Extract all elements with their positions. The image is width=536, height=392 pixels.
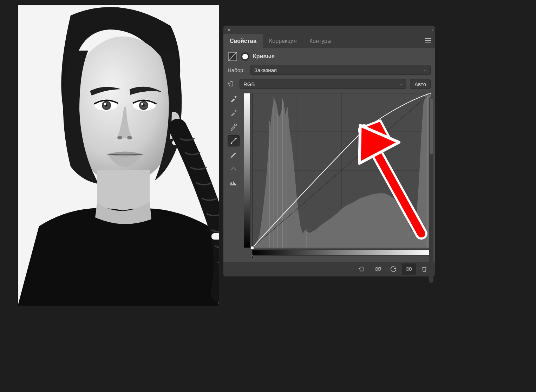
preset-label: Набор: <box>228 67 247 73</box>
clip-to-layer-button[interactable] <box>355 263 370 275</box>
canvas-photo <box>18 5 219 305</box>
black-point-slider <box>250 255 254 258</box>
channel-row: RGB ⌄ Авто <box>228 79 431 89</box>
panel-tabs: Свойства Коррекция Контуры <box>223 34 435 48</box>
properties-panel: ✕ ‹‹ Свойства Коррекция Контуры Кривые Н… <box>223 25 435 277</box>
chevron-down-icon: ⌄ <box>424 68 427 72</box>
curve-point-tool-icon[interactable] <box>228 135 240 146</box>
tab-properties[interactable]: Свойства <box>223 34 263 48</box>
preset-select[interactable]: Заказная ⌄ <box>250 65 431 75</box>
chevron-down-icon: ⌄ <box>399 82 403 86</box>
targeted-adjust-icon[interactable] <box>228 80 236 88</box>
svg-point-45 <box>406 267 412 271</box>
adjustment-header: Кривые <box>228 52 431 61</box>
eyedropper-white-icon[interactable] <box>228 121 240 132</box>
close-icon[interactable]: ✕ <box>227 27 231 33</box>
svg-rect-38 <box>251 246 254 249</box>
svg-point-18 <box>231 143 232 144</box>
smooth-curve-icon[interactable] <box>228 163 240 175</box>
auto-button[interactable]: Авто <box>410 79 431 89</box>
svg-point-6 <box>102 101 111 110</box>
panel-footer <box>223 262 435 276</box>
channel-value: RGB <box>243 81 255 87</box>
curve-tools <box>228 93 241 189</box>
svg-point-43 <box>375 267 381 271</box>
svg-rect-40 <box>429 93 431 94</box>
svg-rect-42 <box>253 250 431 255</box>
eyedropper-gray-icon[interactable] <box>228 107 240 118</box>
view-previous-state-button[interactable] <box>371 263 385 275</box>
svg-point-11 <box>127 136 132 139</box>
svg-point-9 <box>141 103 143 105</box>
svg-point-8 <box>104 103 106 105</box>
panel-titlebar: ✕ ‹‹ <box>223 26 435 34</box>
panel-scrollbar[interactable] <box>429 97 433 283</box>
tab-adjustments[interactable]: Коррекция <box>263 34 303 48</box>
svg-point-46 <box>408 268 410 270</box>
curves-graph[interactable] <box>244 93 431 258</box>
adjustment-title: Кривые <box>253 53 275 60</box>
svg-point-16 <box>235 110 237 112</box>
histogram-clip-icon[interactable] <box>228 177 240 189</box>
svg-point-15 <box>235 96 237 98</box>
scrollbar-thumb[interactable] <box>430 98 433 154</box>
tab-paths[interactable]: Контуры <box>303 34 338 48</box>
reset-button[interactable] <box>386 263 400 275</box>
preset-value: Заказная <box>254 67 277 73</box>
panel-menu-icon[interactable] <box>425 38 431 44</box>
svg-point-19 <box>235 138 237 139</box>
preset-row: Набор: Заказная ⌄ <box>228 65 431 75</box>
svg-point-10 <box>117 136 122 139</box>
svg-point-7 <box>139 101 148 110</box>
layer-mask-icon <box>241 52 249 61</box>
eyedropper-black-icon[interactable] <box>228 93 240 104</box>
svg-rect-20 <box>244 93 250 248</box>
curves-icon <box>228 52 237 61</box>
pencil-tool-icon[interactable] <box>228 149 240 161</box>
svg-point-44 <box>377 268 379 270</box>
visibility-toggle-button[interactable] <box>402 263 416 275</box>
svg-point-17 <box>235 124 237 126</box>
channel-select[interactable]: RGB ⌄ <box>240 79 406 89</box>
panel-body: Кривые Набор: Заказная ⌄ RGB ⌄ Авто <box>223 48 435 262</box>
svg-rect-13 <box>211 233 219 240</box>
